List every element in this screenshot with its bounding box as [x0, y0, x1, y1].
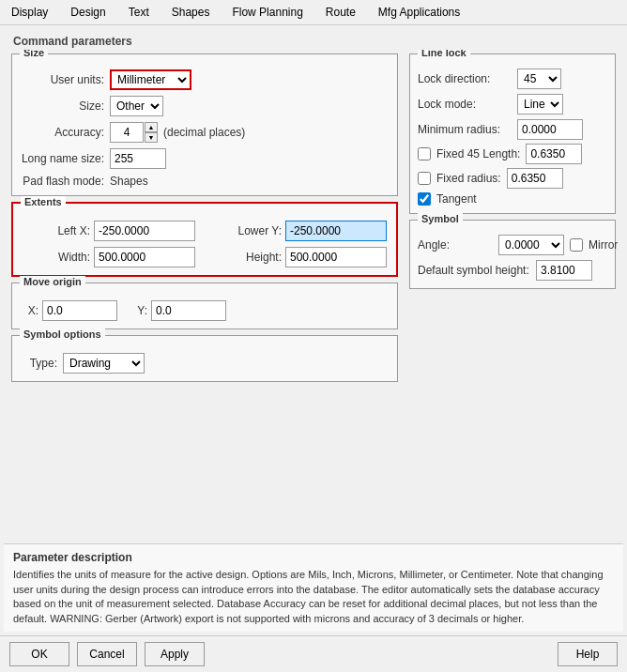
size-label: Size:: [20, 99, 104, 113]
menu-flow-planning[interactable]: Flow Planning: [228, 4, 306, 21]
main-window: Display Design Text Shapes Flow Planning…: [0, 0, 627, 672]
origin-x-input[interactable]: 0.0: [42, 300, 117, 321]
symbol-options-title: Symbol options: [20, 328, 105, 340]
menu-shapes[interactable]: Shapes: [168, 4, 214, 21]
mirror-row: Mirror: [570, 238, 618, 252]
sym-opts-row: Type: Drawing Package Mechanical: [20, 353, 390, 374]
extents-grid: Left X: -250.0000 Lower Y: -250.0000 Wid…: [21, 221, 389, 267]
pad-flash-value: Shapes: [110, 175, 148, 188]
accuracy-label: Accuracy:: [20, 126, 104, 139]
mirror-label: Mirror: [589, 238, 618, 252]
description-text: Identifies the units of measure for the …: [13, 568, 614, 626]
default-height-row: Default symbol height: 3.8100: [418, 260, 607, 281]
width-label: Width:: [21, 251, 90, 264]
left-x-input[interactable]: -250.0000: [94, 221, 195, 241]
extents-group-title: Extents: [21, 196, 66, 207]
move-origin-title: Move origin: [20, 276, 85, 287]
tangent-label: Tangent: [436, 192, 477, 206]
origin-x-field: X: 0.0: [20, 300, 117, 321]
accuracy-down-button[interactable]: ▼: [145, 132, 158, 143]
lock-mode-select[interactable]: Line Arc: [517, 94, 563, 115]
fixed-radius-input[interactable]: 0.6350: [507, 168, 563, 189]
accuracy-spinner[interactable]: 4 ▲ ▼: [110, 122, 158, 143]
lower-y-label: Lower Y:: [201, 224, 282, 237]
accuracy-suffix: (decimal places): [163, 126, 245, 139]
fixed45-input[interactable]: 0.6350: [526, 144, 582, 164]
user-units-label: User units:: [20, 73, 104, 86]
size-row: Size: Other A B C: [20, 96, 390, 116]
command-params-title: Command parameters: [4, 29, 623, 50]
lock-mode-label: Lock mode:: [418, 98, 512, 111]
fixed45-label: Fixed 45 Length:: [436, 147, 520, 160]
extents-group: Extents Left X: -250.0000 Lower Y: -250.…: [11, 202, 398, 277]
fixed45-row: Fixed 45 Length: 0.6350: [418, 144, 607, 164]
menu-display[interactable]: Display: [8, 4, 52, 21]
origin-y-field: Y: 0.0: [129, 300, 226, 321]
origin-x-label: X:: [20, 304, 38, 317]
move-origin-row: X: 0.0 Y: 0.0: [20, 300, 390, 321]
origin-y-label: Y:: [129, 304, 147, 317]
height-input[interactable]: 500.0000: [285, 247, 387, 267]
left-x-label: Left X:: [21, 224, 90, 237]
height-label: Height:: [201, 251, 282, 264]
long-name-row: Long name size: 255: [20, 148, 390, 169]
menu-route[interactable]: Route: [322, 4, 359, 21]
size-select[interactable]: Other A B C: [110, 96, 163, 116]
lock-mode-row: Lock mode: Line Arc: [418, 94, 607, 115]
accuracy-up-button[interactable]: ▲: [145, 122, 158, 132]
pad-flash-label: Pad flash mode:: [20, 175, 104, 188]
accuracy-row: Accuracy: 4 ▲ ▼ (decimal places): [20, 122, 390, 143]
min-radius-input[interactable]: 0.0000: [517, 119, 583, 140]
line-lock-title: Line lock: [418, 50, 470, 58]
menubar: Display Design Text Shapes Flow Planning…: [0, 0, 627, 25]
symbol-options-group: Symbol options Type: Drawing Package Mec…: [11, 335, 398, 382]
accuracy-input[interactable]: 4: [110, 122, 144, 143]
pad-flash-row: Pad flash mode: Shapes: [20, 175, 390, 188]
lower-y-input[interactable]: -250.0000: [285, 221, 387, 241]
apply-button[interactable]: Apply: [145, 642, 205, 666]
min-radius-row: Minimum radius: 0.0000: [418, 119, 607, 140]
fixed-radius-checkbox[interactable]: [418, 172, 431, 185]
lock-direction-select[interactable]: 45 90 Any: [517, 69, 561, 89]
default-height-input[interactable]: 3.8100: [536, 260, 592, 281]
line-lock-group: Line lock Lock direction: 45 90 Any Lock…: [409, 53, 616, 214]
min-radius-label: Minimum radius:: [418, 123, 512, 136]
menu-text[interactable]: Text: [125, 4, 153, 21]
angle-select[interactable]: 0.0000 45.0000 90.0000: [498, 235, 564, 255]
size-group: Size User units: Millimeter Mils Inch Mi…: [11, 53, 398, 196]
menu-design[interactable]: Design: [67, 4, 109, 21]
accuracy-spinner-buttons: ▲ ▼: [145, 122, 158, 143]
cancel-button[interactable]: Cancel: [77, 642, 137, 666]
fixed-radius-row: Fixed radius: 0.6350: [418, 168, 607, 189]
user-units-select[interactable]: Millimeter Mils Inch Microns Centimeter: [110, 69, 191, 90]
tangent-row: Tangent: [418, 192, 607, 206]
angle-label: Angle:: [418, 238, 493, 252]
footer: OK Cancel Apply Help: [0, 635, 627, 672]
origin-y-input[interactable]: 0.0: [151, 300, 226, 321]
long-name-label: Long name size:: [20, 152, 104, 165]
angle-row: Angle: 0.0000 45.0000 90.0000 Mirror: [418, 235, 607, 255]
width-input[interactable]: 500.0000: [94, 247, 195, 267]
symbol-title: Symbol: [418, 213, 463, 224]
move-origin-group: Move origin X: 0.0 Y: 0.0: [11, 283, 398, 329]
fixed-radius-label: Fixed radius:: [436, 172, 501, 185]
help-button[interactable]: Help: [558, 642, 618, 666]
long-name-input[interactable]: 255: [110, 148, 166, 169]
ok-button[interactable]: OK: [9, 642, 69, 666]
symbol-group: Symbol Angle: 0.0000 45.0000 90.0000 Mir…: [409, 220, 616, 289]
lock-direction-label: Lock direction:: [418, 72, 512, 85]
menu-mfg-applications[interactable]: Mfg Applications: [375, 4, 464, 21]
description-title: Parameter description: [13, 550, 614, 566]
description-section: Parameter description Identifies the uni…: [4, 543, 623, 632]
sym-type-label: Type:: [20, 357, 57, 370]
default-height-label: Default symbol height:: [418, 264, 530, 277]
tangent-checkbox[interactable]: [418, 192, 431, 206]
sym-type-select[interactable]: Drawing Package Mechanical: [63, 353, 145, 374]
fixed45-checkbox[interactable]: [418, 147, 431, 160]
mirror-checkbox[interactable]: [570, 238, 583, 252]
size-group-title: Size: [20, 50, 48, 58]
user-units-row: User units: Millimeter Mils Inch Microns…: [20, 69, 390, 90]
lock-direction-row: Lock direction: 45 90 Any: [418, 69, 607, 89]
